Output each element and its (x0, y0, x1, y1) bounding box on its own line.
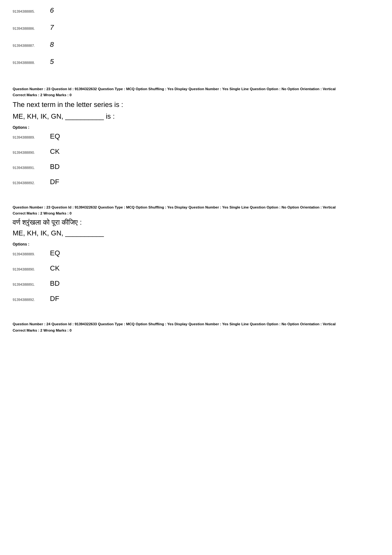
question-23-marks: Correct Marks : 2 Wrong Marks : 0 (13, 93, 379, 97)
answer-value-3: 8 (50, 41, 54, 49)
option-id-hi-2: 91394388890. (13, 267, 47, 271)
option-value-hi-1: EQ (50, 249, 60, 257)
option-id-en-4: 91394388892. (13, 181, 47, 185)
question-23b-marks: Correct Marks : 2 Wrong Marks : 0 (13, 211, 379, 215)
question-24-marks: Correct Marks : 2 Wrong Marks : 0 (13, 328, 379, 332)
question-23-hi: Question Number : 23 Question Id : 91394… (13, 204, 379, 303)
answer-id-4: 91394388888. (13, 61, 47, 65)
question-23b-meta: Question Number : 23 Question Id : 91394… (13, 204, 379, 210)
answer-row-3: 91394388887. 8 (13, 41, 379, 49)
question-23-en: Question Number : 23 Question Id : 91394… (13, 86, 379, 186)
answer-value-2: 7 (50, 23, 54, 32)
answer-value-4: 5 (50, 58, 54, 66)
option-row-en-3: 91394388891. BD (13, 163, 379, 171)
option-id-hi-4: 91394388892. (13, 298, 47, 302)
option-id-hi-3: 91394388891. (13, 283, 47, 286)
question-24: Question Number : 24 Question Id : 91394… (13, 321, 379, 332)
top-answers-section: 91394388885. 6 91394388886. 7 9139438888… (13, 6, 379, 66)
option-row-hi-4: 91394388892. DF (13, 295, 379, 303)
question-23-en-text1: The next term in the letter series is : (13, 100, 379, 110)
option-row-en-4: 91394388892. DF (13, 178, 379, 186)
option-id-en-2: 91394388890. (13, 151, 47, 154)
option-value-en-3: BD (50, 163, 60, 171)
answer-row-4: 91394388888. 5 (13, 58, 379, 66)
option-row-hi-3: 91394388891. BD (13, 279, 379, 288)
option-row-hi-1: 91394388889. EQ (13, 249, 379, 257)
question-23-meta: Question Number : 23 Question Id : 91394… (13, 86, 379, 92)
option-id-hi-1: 91394388889. (13, 252, 47, 256)
answer-id-3: 91394388887. (13, 44, 47, 47)
option-value-hi-4: DF (50, 295, 59, 303)
question-23-options-label: Options : (13, 125, 379, 130)
question-23b-options-label: Options : (13, 242, 379, 246)
option-row-en-2: 91394388890. CK (13, 147, 379, 156)
option-row-en-1: 91394388889. EQ (13, 132, 379, 140)
option-row-hi-2: 91394388890. CK (13, 264, 379, 272)
option-value-en-2: CK (50, 147, 60, 156)
answer-id-1: 91394388885. (13, 9, 47, 13)
question-23b-hi-text1: वर्ण श्रृंखला को पूरा कीजिए : (13, 218, 379, 227)
answer-id-2: 91394388886. (13, 27, 47, 30)
answer-row-2: 91394388886. 7 (13, 23, 379, 32)
question-24-meta: Question Number : 24 Question Id : 91394… (13, 321, 379, 327)
option-value-hi-2: CK (50, 264, 60, 272)
option-id-en-1: 91394388889. (13, 135, 47, 139)
option-value-hi-3: BD (50, 279, 60, 288)
option-value-en-4: DF (50, 178, 59, 186)
question-23-en-text2: ME, KH, IK, GN, __________ is : (13, 112, 379, 122)
answer-value-1: 6 (50, 6, 54, 15)
question-23b-hi-text2: ME, KH, IK, GN, __________ (13, 228, 379, 238)
option-id-en-3: 91394388891. (13, 166, 47, 170)
option-value-en-1: EQ (50, 132, 60, 140)
answer-row-1: 91394388885. 6 (13, 6, 379, 15)
